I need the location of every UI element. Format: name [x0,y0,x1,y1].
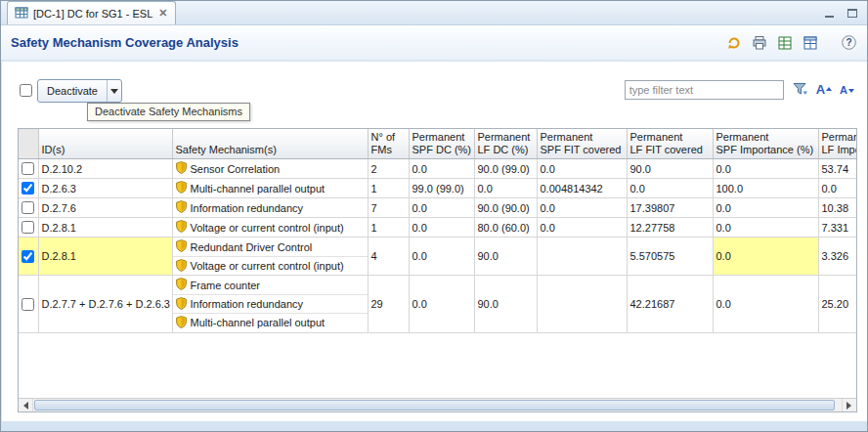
cell-spf-dc[interactable]: 0.0 [409,218,474,238]
cell-lf-importance[interactable]: 7.331 [818,218,856,238]
cell-id[interactable]: D.2.6.3 [38,179,172,198]
cell-lf-dc[interactable]: 80.0 (60.0) [474,218,537,238]
table-header-row: ID(s) Safety Mechanism(s) N° ofFMs Perma… [19,129,856,159]
mechanism-label: Information redundancy [191,298,304,310]
cell-spf-fit[interactable] [537,238,627,276]
cell-lf-fit[interactable]: 5.570575 [627,238,713,276]
close-icon[interactable]: ✕ [157,7,168,20]
cell-lf-dc[interactable]: 0.0 [474,179,537,198]
cell-lf-dc[interactable]: 90.0 [474,238,537,276]
cell-id[interactable]: D.2.8.1 [38,238,172,276]
cell-lf-fit[interactable]: 0.0 [627,179,713,198]
cell-spf-dc[interactable]: 0.0 [409,198,474,218]
cell-lf-dc[interactable]: 90.0 (90.0) [474,198,537,218]
mechanism-label: Multi-channel parallel output [191,183,326,194]
cell-id[interactable]: D.2.8.1 [38,218,172,238]
row-checkbox[interactable] [22,201,34,214]
cell-spf-fit[interactable]: 0.0 [537,159,627,179]
cell-fms[interactable]: 1 [368,218,409,238]
header-spf-fit[interactable]: PermanentSPF FIT covered [537,129,627,159]
maximize-icon[interactable] [846,6,859,18]
row-checkbox[interactable] [22,250,34,263]
row-checkbox[interactable] [22,162,34,175]
excel-export-icon[interactable] [776,34,793,51]
cell-mechanisms[interactable]: Information redundancy [172,198,368,218]
cell-lf-importance[interactable]: 53.74 [818,159,856,179]
increase-font-icon[interactable]: A [816,83,832,97]
filter-icon[interactable] [792,81,808,99]
scroll-left-icon[interactable] [19,399,33,411]
cell-lf-dc[interactable]: 90.0 [474,276,537,333]
cell-lf-importance[interactable]: 25.20 [818,276,856,333]
table-export-icon[interactable] [802,34,818,51]
refresh-icon[interactable] [725,34,742,51]
cell-id[interactable]: D.2.7.7 + D.2.7.6 + D.2.6.3 [38,276,172,333]
cell-lf-fit[interactable]: 12.27758 [627,218,713,238]
cell-spf-fit[interactable] [537,276,627,333]
table-row: D.2.8.1 Redundant Driver Control Voltage… [19,238,856,276]
scrollbar-thumb[interactable] [34,400,835,410]
cell-lf-importance[interactable]: 3.326 [818,238,856,276]
cell-spf-importance[interactable]: 0.0 [713,198,818,218]
header-fms[interactable]: N° ofFMs [368,129,409,159]
minimize-icon[interactable] [822,6,836,18]
row-checkbox[interactable] [22,298,34,311]
header-checkbox-col [19,129,38,159]
header-spf-dc[interactable]: PermanentSPF DC (%) [409,129,474,159]
cell-lf-fit[interactable]: 17.39807 [627,198,713,218]
cell-spf-fit[interactable]: 0.0 [537,218,627,238]
cell-spf-dc[interactable]: 0.0 [409,238,474,276]
cell-lf-dc[interactable]: 90.0 (99.0) [474,159,537,179]
row-checkbox[interactable] [22,182,34,194]
cell-mechanisms[interactable]: Multi-channel parallel output [172,179,368,198]
header-spf-importance[interactable]: PermanentSPF Importance (%) [713,129,818,159]
cell-fms[interactable]: 4 [368,238,409,276]
cell-id[interactable]: D.2.10.2 [38,159,172,179]
header-lf-fit[interactable]: PermanentLF FIT covered [627,129,713,159]
deactivate-checkbox[interactable] [20,84,32,97]
header-lf-importance[interactable]: PermanentLF Importance (%) [818,129,856,159]
cell-mechanisms[interactable]: Sensor Correlation [172,159,368,179]
cell-mechanisms[interactable]: Voltage or current control (input) [172,218,368,238]
cell-spf-dc[interactable]: 0.0 [409,276,474,333]
mechanism-label: Information redundancy [191,202,304,214]
deactivate-dropdown[interactable] [107,80,121,102]
cell-lf-fit[interactable]: 90.0 [627,159,713,179]
deactivate-button[interactable]: Deactivate [37,79,122,103]
tab-title: [DC-1] DC for SG1 - ESL [33,8,152,20]
cell-spf-importance[interactable]: 0.0 [713,159,818,179]
cell-spf-dc[interactable]: 0.0 [409,159,474,179]
cell-fms[interactable]: 1 [368,179,409,198]
cell-lf-fit[interactable]: 42.21687 [627,276,713,333]
cell-lf-importance[interactable]: 0.0 [818,179,856,198]
cell-spf-importance[interactable]: 0.0 [713,238,818,276]
filter-input[interactable] [625,80,784,100]
table-row: D.2.7.6 Information redundancy 7 0.0 90.… [19,198,856,218]
decrease-font-icon[interactable]: A [840,83,854,97]
cell-spf-importance[interactable]: 0.0 [713,218,818,238]
deactivate-button-label: Deactivate [38,80,107,102]
row-checkbox-cell [19,198,38,218]
header-ids[interactable]: ID(s) [38,129,172,159]
header-lf-dc[interactable]: PermanentLF DC (%) [474,129,537,159]
form-header: Safety Mechanism Coverage Analysis ? [1,25,867,61]
cell-mechanisms[interactable]: Frame counter Information redundancy Mul… [172,276,368,333]
cell-spf-fit[interactable]: 0.0 [537,198,627,218]
cell-fms[interactable]: 7 [368,198,409,218]
cell-spf-importance[interactable]: 0.0 [713,276,818,333]
cell-lf-importance[interactable]: 10.38 [818,198,856,218]
scroll-right-icon[interactable] [842,399,856,411]
horizontal-scrollbar[interactable] [19,398,856,411]
cell-fms[interactable]: 29 [368,276,409,333]
cell-spf-importance[interactable]: 100.0 [713,179,818,198]
cell-id[interactable]: D.2.7.6 [38,198,172,218]
cell-mechanisms[interactable]: Redundant Driver Control Voltage or curr… [172,238,368,276]
cell-spf-fit[interactable]: 0.004814342 [537,179,627,198]
editor-tab[interactable]: [DC-1] DC for SG1 - ESL ✕ [7,1,176,24]
row-checkbox[interactable] [22,221,34,234]
cell-spf-dc[interactable]: 99.0 (99.0) [409,179,474,198]
cell-fms[interactable]: 2 [368,159,409,179]
print-icon[interactable] [751,34,767,51]
help-icon[interactable]: ? [841,34,857,51]
header-mechanisms[interactable]: Safety Mechanism(s) [172,129,368,159]
